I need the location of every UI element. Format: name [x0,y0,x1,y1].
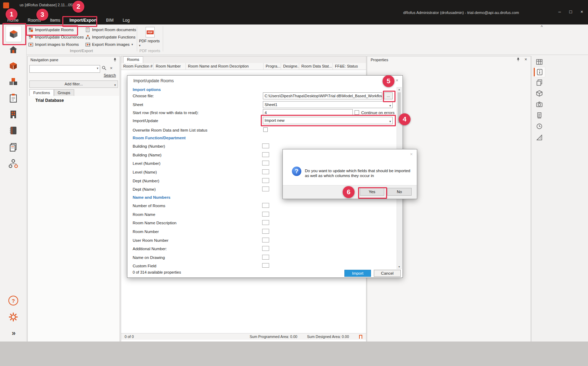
clear-search-icon[interactable]: × [110,66,113,70]
column-input[interactable] [262,212,269,217]
window-controls: – □ × [558,9,583,14]
start-row-input[interactable]: 4 [263,109,353,116]
tab-groups[interactable]: Groups [54,89,74,96]
import-update-occurrences-button[interactable]: Import/update Occurrences [27,33,85,41]
documents-panel-button[interactable] [534,111,545,120]
module-documents-button[interactable] [6,140,21,155]
settings-button[interactable] [6,309,21,325]
column-input[interactable] [262,246,269,251]
yes-button[interactable]: Yes [360,188,384,196]
column-input[interactable] [262,178,269,183]
column-input[interactable] [262,152,269,157]
no-button[interactable]: No [387,188,412,196]
import-room-documents-button[interactable]: Import Room documents [84,26,138,33]
occurrences-import-icon [28,35,33,40]
column-input[interactable] [262,238,269,242]
column-room-function[interactable]: Room Function # [121,63,154,70]
tab-functions[interactable]: Functions [29,89,54,96]
column-input[interactable] [262,143,269,148]
logged-in-user: dRofus Administrator (drofusadmin) - tri… [403,10,519,15]
row-count: 0 of 0 [125,335,134,339]
column-room-data-status[interactable]: Room Data Stat... [299,63,333,70]
column-room-name[interactable]: Room Name and Room Description [186,63,264,70]
column-input[interactable] [262,203,269,208]
chevron-down-icon[interactable]: ▾ [97,66,98,70]
pin-icon[interactable] [516,57,520,62]
column-input[interactable] [262,263,269,268]
boxes-icon [8,77,18,87]
column-input[interactable] [262,229,269,234]
navigation-pane-title: Navigation pane [30,58,58,62]
overwrite-label: Overwrite Room Data and Item List status [133,127,207,134]
close-button[interactable]: × [580,9,583,14]
add-filter-dropdown[interactable]: Add filter... ▾ [29,80,118,88]
choose-file-label: Choose file: [133,92,154,99]
column-ffe-status[interactable]: FF&E: Status [333,63,363,70]
choose-file-input[interactable]: C:\Users\DipeshThapa\Desktop\WIP\Trial d… [263,92,382,99]
title-bar: us [dRofus Database] 2.11...055 dRofus A… [0,0,588,24]
column-room-number[interactable]: Room Number [154,63,186,70]
expand-module-bar-button[interactable]: » [6,325,21,340]
table-view-button[interactable] [534,57,545,67]
binder-icon [8,126,18,135]
tab-import-export[interactable]: Import/Export [65,16,102,24]
module-room-data-button[interactable] [6,91,21,106]
import-update-functions-button[interactable]: Import/update Functions [84,33,137,41]
column-input[interactable] [262,161,269,166]
maximize-button[interactable]: □ [569,9,572,14]
module-room-list-button[interactable] [6,42,21,57]
help-button[interactable]: ? [6,293,21,308]
column-input[interactable] [262,220,269,225]
module-buildings-button[interactable] [6,107,21,122]
pin-icon[interactable] [113,58,117,62]
navigation-search-input[interactable]: ▾ [29,65,100,73]
history-panel-button[interactable] [534,121,545,131]
property-row: Level (Name) [133,169,157,175]
continue-on-errors-checkbox[interactable] [355,110,359,115]
images-panel-button[interactable] [534,99,545,109]
search-link[interactable]: Search [28,73,116,77]
column-programmed[interactable]: Progra... [264,63,281,70]
tab-rooms-document[interactable]: Rooms [123,56,143,64]
scroll-up-icon[interactable]: ▲ [397,88,401,91]
cancel-button[interactable]: Cancel [374,270,401,277]
module-items-button[interactable] [6,58,21,73]
column-input[interactable] [262,186,269,191]
collapse-ribbon-button[interactable]: ^ [541,24,543,29]
minimize-button[interactable]: – [558,9,561,14]
tree-root-trial-database[interactable]: Trial Database [35,98,64,103]
ribbon: Import/update Rooms Import/update Occurr… [26,24,588,55]
export-room-images-button[interactable]: Export Room images ▾ [84,41,134,48]
camera-icon [536,101,543,108]
property-row: User Room Number [133,237,168,244]
room-icon [8,29,19,39]
close-dialog-icon[interactable]: × [410,152,413,157]
column-input[interactable] [262,169,269,174]
import-images-to-rooms-button[interactable]: Import images to Rooms [27,41,80,48]
import-update-rooms-button[interactable]: Import/update Rooms [27,26,75,33]
info-panel-button[interactable] [534,67,545,77]
tab-log[interactable]: Log [118,16,134,24]
close-panel-icon[interactable]: × [524,57,527,62]
close-dialog-icon[interactable]: × [396,78,398,83]
sheet-dropdown[interactable]: Sheet1 ▾ [263,101,393,108]
model-panel-button[interactable] [534,89,545,98]
search-icon[interactable] [102,66,106,70]
module-occurrences-button[interactable] [6,74,21,90]
tab-items[interactable]: Items [46,16,65,24]
module-rooms-button[interactable] [6,26,22,42]
import-button[interactable]: Import [344,270,371,277]
import-update-dropdown[interactable]: Import new ▾ [263,117,393,124]
scroll-down-icon[interactable]: ▼ [397,266,401,268]
module-catalog-button[interactable] [6,123,21,138]
module-responsibilities-button[interactable] [6,156,21,171]
column-input[interactable] [262,255,269,260]
copies-panel-button[interactable] [534,78,545,87]
column-designed[interactable]: Designe... [281,63,299,70]
pdf-reports-button[interactable]: PDF PDF reports ▾ [139,26,161,48]
measure-panel-button[interactable] [534,133,545,142]
tab-bim[interactable]: BIM [102,16,118,24]
cube-icon [536,90,543,97]
browse-button[interactable]: ... [384,92,393,99]
overwrite-checkbox[interactable] [263,127,268,132]
